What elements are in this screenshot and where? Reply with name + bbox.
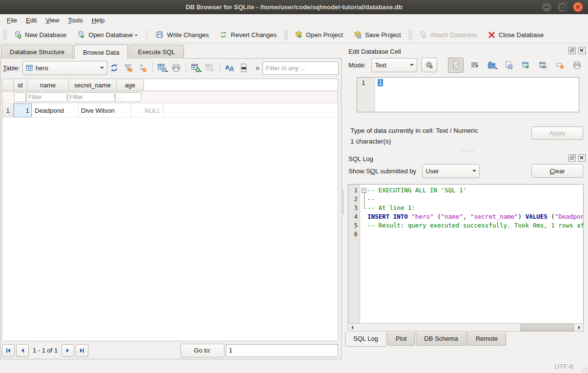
open-database-dropdown-icon[interactable] (135, 35, 138, 38)
clear-log-button[interactable]: Clear (531, 164, 583, 178)
column-header-secret-name[interactable]: secret_name (69, 79, 117, 91)
tab-remote[interactable]: Remote (467, 332, 507, 346)
attach-database-icon (419, 31, 427, 39)
maximize-icon[interactable] (557, 2, 568, 12)
cell-age[interactable]: NULL (131, 104, 163, 117)
filter-input-age[interactable] (115, 92, 142, 102)
tab-db-schema[interactable]: DB Schema (416, 332, 466, 346)
save-results-dropdown-icon[interactable] (165, 71, 168, 74)
cell-editor-content[interactable]: 1 (375, 78, 383, 112)
next-page-button[interactable] (61, 344, 74, 357)
resize-grip-icon[interactable] (580, 365, 587, 372)
prev-page-button[interactable] (16, 344, 29, 357)
goto-input[interactable] (226, 344, 338, 357)
refresh-button[interactable] (108, 62, 121, 75)
save-project-button[interactable]: Save Project (348, 28, 406, 41)
dock-close-icon[interactable] (578, 154, 586, 162)
close-database-button[interactable]: Close Database (483, 29, 549, 41)
cell-id[interactable]: 1 (14, 104, 32, 117)
mode-select[interactable]: Text (371, 58, 417, 72)
sql-log-dock-title: SQL Log (345, 151, 588, 165)
dock-float-icon[interactable] (568, 47, 576, 54)
edit-cell-icon-group (448, 58, 583, 73)
column-header-name[interactable]: name (27, 79, 69, 91)
table-select[interactable]: hero (22, 61, 107, 75)
new-record-button[interactable] (189, 62, 203, 75)
toolbar-drag-handle[interactable] (3, 29, 6, 40)
tab-sql-log[interactable]: SQL Log (345, 332, 386, 347)
new-database-icon (14, 31, 21, 39)
import-file-icon (487, 61, 496, 69)
table-row: 1 1 Deadpond Dive Wilson NULL (2, 104, 338, 118)
text-mode-button[interactable] (448, 58, 464, 73)
menu-file[interactable]: File (2, 15, 21, 25)
import-data-button[interactable] (485, 59, 498, 71)
encoding-indicator[interactable]: UTF-8 (555, 363, 573, 370)
menu-tools[interactable]: Tools (63, 15, 87, 25)
goto-button[interactable]: Go to: (181, 344, 224, 357)
minimize-icon[interactable] (542, 2, 552, 12)
dock-close-icon[interactable] (578, 47, 586, 54)
sql-log-editor[interactable]: 123456 -- EXECUTING ALL IN 'SQL 1'---- A… (348, 184, 584, 324)
filter-any-input[interactable] (263, 62, 339, 75)
menu-view[interactable]: View (41, 15, 63, 25)
open-in-external-button[interactable] (519, 59, 532, 71)
filter-input-name[interactable] (26, 92, 67, 102)
import-dropdown-icon[interactable] (495, 68, 498, 71)
column-header-age[interactable]: age (117, 79, 144, 91)
first-page-button[interactable] (2, 344, 15, 357)
table-select-value: hero (36, 64, 48, 72)
scrollbar-thumb[interactable] (520, 324, 574, 332)
row-header[interactable]: 1 (2, 104, 14, 117)
menu-edit[interactable]: Edit (21, 15, 41, 25)
filter-input-secret-name[interactable] (68, 92, 115, 102)
revert-changes-button[interactable]: Revert Changes (214, 28, 282, 41)
export-data-button[interactable] (502, 59, 515, 71)
close-icon[interactable] (573, 2, 583, 12)
new-record-dropdown-icon[interactable] (199, 71, 202, 74)
revert-changes-icon (220, 31, 227, 39)
font-button[interactable]: A A (223, 62, 236, 75)
title-bar: DB Browser for SQLite - /home/user/code/… (0, 0, 588, 14)
new-database-button[interactable]: New Database (8, 28, 72, 41)
dock-float-icon[interactable] (568, 154, 576, 162)
cell-secret-name[interactable]: Dive Wilson (79, 104, 131, 117)
save-results-button[interactable] (156, 62, 169, 75)
sql-log-hscrollbar[interactable] (348, 323, 584, 332)
pane-splitter[interactable] (341, 43, 345, 360)
filter-input-id[interactable] (14, 92, 26, 102)
find-button[interactable] (237, 62, 250, 75)
word-wrap-button[interactable] (468, 59, 481, 71)
main-toolbar: New Database Open Database Write Changes… (0, 26, 588, 43)
tab-plot[interactable]: Plot (387, 332, 415, 346)
tab-browse-data[interactable]: Browse Data (74, 44, 128, 59)
sql-source-select[interactable]: User (422, 164, 480, 178)
open-database-icon (77, 31, 85, 39)
cell-name[interactable]: Deadpond (32, 104, 79, 117)
save-project-label: Save Project (365, 31, 401, 39)
cell-type-info: Type of data currently in cell: Text / N… (350, 127, 478, 134)
scroll-left-icon[interactable] (348, 324, 356, 331)
clear-filters-button[interactable] (122, 62, 135, 75)
scrollbar-track[interactable] (356, 324, 576, 331)
overflow-chevron-icon[interactable]: » (251, 64, 263, 72)
scroll-right-icon[interactable] (576, 324, 583, 331)
last-page-button[interactable] (76, 344, 88, 357)
menu-help[interactable]: Help (87, 15, 109, 25)
auto-apply-button[interactable] (421, 58, 437, 72)
print-cell-button[interactable] (570, 59, 583, 71)
clear-sort-button[interactable] (136, 62, 149, 75)
write-changes-button[interactable]: Write Changes (150, 28, 214, 41)
toolbar-drag-handle[interactable] (408, 29, 412, 40)
sql-log-dock: SQL Log Show SQL submitted by User Clear… (345, 151, 588, 332)
cell-editor[interactable]: 1 1 (357, 77, 579, 112)
tab-execute-sql[interactable]: Execute SQL (129, 45, 184, 59)
open-project-button[interactable]: Open Project (289, 28, 348, 41)
column-header-id[interactable]: id (14, 79, 27, 91)
open-database-button[interactable]: Open Database (72, 28, 143, 41)
tab-database-structure[interactable]: Database Structure (1, 45, 73, 59)
print-button[interactable] (170, 62, 183, 75)
toolbar-drag-handle[interactable] (284, 29, 287, 40)
copy-link-button[interactable] (536, 59, 549, 71)
set-null-button[interactable] (553, 59, 566, 71)
